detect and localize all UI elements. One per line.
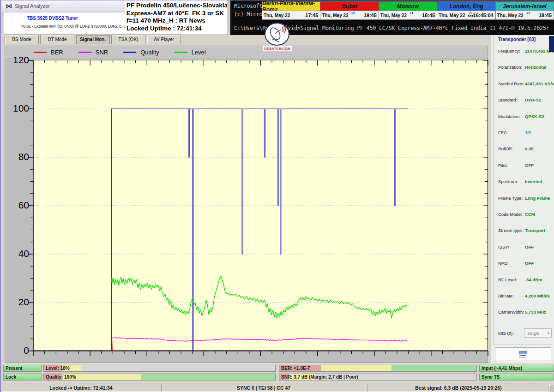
legend-label: Level [192, 49, 206, 56]
transponder-row-fec: FEC:1/2 [498, 130, 553, 137]
signal-bar-snr: SNR: 3,7 dB (Margin: 2,7 dB | Poor) [279, 374, 477, 380]
param-label: Frequency: [498, 48, 520, 53]
indicator-text: SNR: 3,7 dB (Margin: 2,7 dB | Poor) [281, 374, 358, 380]
clock-time-row: Thu, May 2217:45 [262, 11, 320, 19]
param-label: RF Level: [498, 277, 517, 282]
clock-time: 16:45:04 [473, 12, 494, 18]
tab-av-player[interactable]: AV Player [147, 35, 181, 44]
legend-item-snr: SNR [78, 49, 108, 56]
param-label: Frame Type: [498, 196, 523, 201]
param-value: OFF [525, 163, 534, 168]
param-label: NPD: [498, 261, 509, 266]
clock-dubai: DubaiThu, May 22+219:45 [320, 1, 379, 20]
param-label: ISSYI [498, 244, 509, 249]
param-value: DVB-S2 [525, 97, 541, 102]
clock-city: Jerusalem-Israel [496, 2, 554, 11]
signal-bar-quality: Quality: 100% [43, 374, 276, 380]
transponder-row-spectrum: Spectrum:Inverted [498, 179, 553, 185]
series-level [111, 276, 407, 318]
bar-segment [141, 374, 275, 380]
status-led-lock: Lock [3, 374, 42, 380]
transponder-row-rf-level: RF Level:-54 dBm [498, 277, 553, 284]
clock-city: London, Eng [437, 2, 495, 11]
tuner-info: 40.0E - Express AM7 (ID: 0400) @ LOF1: 9… [21, 24, 141, 29]
legend-swatch-snr [78, 52, 91, 53]
param-value: Transport [525, 228, 545, 233]
param-label: Polarization: [498, 65, 522, 70]
plot-area [33, 60, 488, 350]
window-edge-fragment [549, 36, 554, 52]
transponder-row-standard: Standard:DVB-S2 [498, 97, 553, 104]
transponder-groupbox: Transponder [03] Frequency:11470,462 MHz… [493, 33, 552, 344]
param-label: Standard: [498, 97, 517, 102]
mis-label: MIS (0): [498, 331, 514, 336]
clock-dst-label: DST [468, 15, 473, 18]
clock-date: Thu, May 22 [497, 13, 524, 18]
signal-bar-ber: BER: <1.0E-7 [279, 365, 477, 372]
series-quality [111, 109, 407, 351]
status-segment-1: SYNC 0 | TEI 58 | CC 47 [161, 384, 366, 392]
param-value: Long Frame [525, 196, 550, 201]
param-value: Inverted [525, 179, 542, 184]
clock-time-row: Thu, May 22+118:45 [496, 11, 554, 19]
clock-utc-offset: +2 [351, 12, 355, 15]
tab-bs-mode[interactable]: BS Mode [5, 35, 39, 44]
y-tick-label: 40 [6, 248, 29, 259]
clock-utc-offset: +1 [409, 12, 414, 15]
legend-swatch-level [175, 52, 187, 53]
indicator-text: BER: <1.0E-7 [281, 366, 310, 371]
clock-city: Moscow [379, 2, 437, 11]
param-label: Stream type: [498, 228, 523, 233]
y-tick-label: 80 [6, 151, 29, 162]
dxsatcs-logo: DXSATCS.COM [262, 23, 293, 51]
app-icon: ⋈ [6, 2, 12, 10]
chart-legend: BERSNRQualityLevel [5, 46, 488, 59]
param-value: OFF [525, 261, 534, 266]
bar-fill [44, 374, 275, 380]
transponder-row-frame-type: Frame Type:Long Frame [498, 196, 553, 202]
y-tick-label: 0 [6, 345, 29, 356]
legend-swatch-ber [34, 52, 47, 53]
transponder-row-modulation: Modulation:QPSK-S2 [498, 114, 553, 120]
clock-date: Thu, May 22 [380, 13, 407, 18]
clock-london-eng: London, EngThu, May 22-1DST16:45:04 [437, 1, 495, 20]
clock-jerusalem-israel: Jerusalem-IsraelThu, May 22+118:45 [495, 1, 554, 20]
indicator-panel: PresentLevel: 18%BER: <1.0E-7Input (~4,4… [1, 363, 554, 382]
param-value: 0.35 [525, 146, 534, 151]
status-led-present: Present [3, 365, 42, 372]
transponder-row-polarization: Polarization:Horizontal [498, 65, 553, 71]
indicator-text: Input (~4,41 Mbps) [482, 366, 522, 371]
clock-city: Berlin-Paris-Vienna-Roma [262, 2, 320, 11]
param-value: 4247,331 KS/s [525, 81, 554, 86]
tuner-name: TBS 5925 DVBS2 Tuner [27, 16, 78, 21]
clock-time-row: Thu, May 22+118:45 [379, 11, 437, 19]
clock-time: 17:45 [305, 12, 318, 18]
legend-label: BER [51, 49, 63, 56]
tab-tsa-ok[interactable]: TSA (OK) [111, 35, 145, 44]
annotation-line: PF Prodelin 450/Lučenec-Slovakia [126, 2, 230, 10]
param-value: 4,200 Mbit/s [525, 293, 550, 298]
mis-select[interactable]: Single ▾ [524, 328, 552, 338]
bar-segment [321, 365, 392, 371]
annotation-line: f=11 470 MHz_H : RT News [126, 17, 230, 25]
bar-fill [44, 365, 275, 371]
window-edge [227, 0, 230, 35]
tab-signal-mon[interactable]: Signal Mon. [76, 35, 110, 44]
param-label: FEC: [498, 130, 508, 135]
clock-date: Thu, May 22 [439, 13, 465, 18]
status-led-sync-ts: Sync TS [479, 374, 554, 380]
spectrum-icon [519, 351, 527, 357]
transponder-row-rolloff: RollOff:0.35 [498, 146, 553, 153]
param-value: 1/2 [525, 130, 531, 135]
tab-dt-mode[interactable]: DT Mode [40, 35, 74, 44]
clock-time-row: Thu, May 22-1DST16:45:04 [437, 11, 495, 19]
legend-label: SNR [96, 49, 108, 56]
annotation-note: PF Prodelin 450/Lučenec-Slovakia Express… [125, 0, 230, 34]
transponder-row-bitrate: BitRate:4,200 Mbit/s [498, 293, 553, 300]
indicator-text: Sync TS [482, 374, 500, 380]
signal-bar-level: Level: 18% [43, 365, 276, 372]
spectrum-button[interactable] [495, 347, 551, 361]
param-label: BitRate: [498, 293, 514, 298]
resize-grip-icon[interactable] [548, 386, 554, 392]
status-led-input-4-41-mbps: Input (~4,41 Mbps) [479, 365, 554, 372]
